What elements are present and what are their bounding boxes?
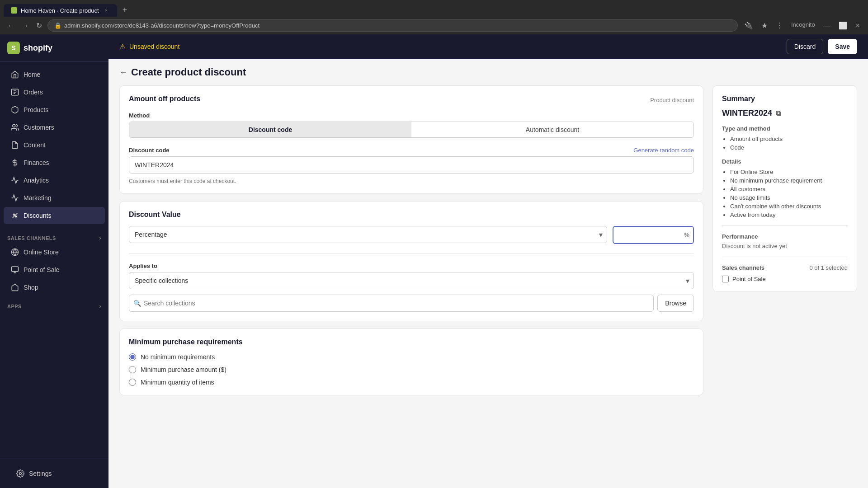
sales-channels-count: 0 of 1 selected [809, 264, 848, 271]
point-of-sale-icon [11, 266, 19, 274]
active-tab[interactable]: Home Haven · Create product × [4, 4, 117, 17]
discount-type-select[interactable]: Percentage Fixed amount [129, 226, 607, 243]
page-header: ← Create product discount [108, 59, 868, 85]
tab-favicon [11, 7, 17, 14]
discount-code-tab[interactable]: Discount code [129, 122, 411, 137]
detail-item: Active from today [730, 211, 848, 218]
method-label: Method [129, 112, 694, 119]
sidebar-settings-label: Settings [29, 470, 52, 477]
sidebar-item-point-of-sale[interactable]: Point of Sale [4, 261, 105, 278]
min-qty-label: Minimum quantity of items [141, 379, 214, 386]
sidebar-item-label: Marketing [24, 194, 51, 202]
sidebar-navigation: Home Orders Products Customers Content [0, 62, 108, 459]
percent-input-wrapper: % [613, 226, 694, 244]
minimize-button[interactable]: — [821, 19, 833, 32]
method-section: Method Discount code Automatic discount [129, 112, 694, 138]
detail-item: All customers [730, 186, 848, 192]
type-method-item: Code [730, 144, 848, 151]
discount-type-wrapper: Percentage Fixed amount ▾ [129, 226, 607, 243]
sidebar-item-online-store[interactable]: Online Store [4, 244, 105, 261]
sidebar-footer: Settings [0, 459, 108, 488]
sidebar-item-marketing[interactable]: Marketing [4, 189, 105, 206]
address-bar[interactable]: 🔒 admin.shopify.com/store/de8143-a6/disc… [47, 19, 738, 32]
sidebar-item-customers[interactable]: Customers [4, 119, 105, 136]
extensions-icon[interactable]: 🔌 [741, 19, 756, 32]
product-discount-label: Product discount [650, 97, 694, 103]
summary-code: WINTER2024 ⧉ [722, 108, 848, 118]
pos-channel-checkbox[interactable] [722, 276, 729, 282]
no-min-requirements-option[interactable]: No minimum requirements [129, 353, 694, 361]
side-column: Summary WINTER2024 ⧉ Type and method Amo… [712, 85, 857, 403]
sidebar-item-discounts[interactable]: Discounts [4, 207, 105, 224]
applies-to-select[interactable]: Specific collections Specific products A… [129, 272, 694, 289]
amount-off-card-body: Amount off products Product discount Met… [120, 86, 703, 193]
search-collections-input[interactable] [129, 295, 654, 312]
new-tab-button[interactable]: + [119, 4, 131, 17]
min-quantity-option[interactable]: Minimum quantity of items [129, 379, 694, 386]
main-content: ← Create product discount Amount off pro… [108, 59, 868, 488]
discount-code-input[interactable] [129, 156, 694, 174]
sidebar-item-orders[interactable]: Orders [4, 84, 105, 101]
shopify-logo-icon: S [7, 42, 20, 54]
lock-icon: 🔒 [54, 22, 61, 29]
sidebar-item-finances[interactable]: Finances [4, 154, 105, 171]
discount-value-title: Discount Value [129, 211, 694, 219]
refresh-button[interactable]: ↻ [34, 19, 44, 32]
type-method-section: Type and method Amount off products Code [722, 125, 848, 151]
percent-value-input[interactable] [613, 226, 694, 244]
discard-button[interactable]: Discard [787, 39, 823, 54]
discount-value-row: Percentage Fixed amount ▾ % [129, 226, 694, 244]
sidebar-item-content[interactable]: Content [4, 136, 105, 154]
settings-icon [16, 469, 24, 478]
discount-code-section: Discount code Generate random code Custo… [129, 147, 694, 184]
copy-code-button[interactable]: ⧉ [776, 109, 781, 117]
discount-value-card-body: Discount Value Percentage Fixed amount ▾ [120, 202, 703, 321]
sidebar-item-label: Orders [24, 89, 43, 96]
min-amount-radio[interactable] [129, 366, 136, 373]
browse-button[interactable]: Browse [657, 295, 694, 312]
applies-to-section: Applies to Specific collections Specific… [129, 263, 694, 312]
forward-button[interactable]: → [20, 20, 31, 32]
sidebar-item-label: Discounts [24, 212, 51, 219]
chevron-icon: › [99, 235, 102, 241]
detail-item: No minimum purchase requirement [730, 177, 848, 184]
divider [129, 253, 694, 253]
sidebar-item-home[interactable]: Home [4, 66, 105, 83]
minimum-purchase-options: No minimum requirements Minimum purchase… [129, 353, 694, 386]
more-tools-icon[interactable]: ⋮ [773, 19, 786, 32]
automatic-discount-tab[interactable]: Automatic discount [411, 122, 693, 137]
no-min-radio[interactable] [129, 353, 136, 361]
summary-card: Summary WINTER2024 ⧉ Type and method Amo… [712, 85, 857, 292]
sales-channels-heading: Sales channels [722, 264, 764, 271]
sales-channels-label[interactable]: Sales channels › [7, 235, 101, 241]
orders-icon [11, 88, 19, 96]
analytics-icon [11, 176, 19, 184]
shopify-logo: S shopify [7, 42, 52, 54]
close-window-button[interactable]: × [853, 19, 863, 32]
generate-random-code-link[interactable]: Generate random code [633, 147, 694, 154]
back-to-discounts-button[interactable]: ← [119, 68, 127, 77]
sidebar-item-settings[interactable]: Settings [9, 465, 99, 482]
bookmark-icon[interactable]: ★ [759, 19, 770, 32]
topbar-actions: Discard Save [787, 39, 857, 54]
back-button[interactable]: ← [5, 20, 16, 32]
min-purchase-amount-option[interactable]: Minimum purchase amount ($) [129, 366, 694, 373]
sidebar-item-label: Home [24, 71, 40, 78]
pos-channel-label: Point of Sale [732, 276, 766, 282]
tab-close-button[interactable]: × [103, 7, 110, 14]
sidebar-item-shop[interactable]: Shop [4, 279, 105, 296]
incognito-label: Incognito [788, 19, 818, 32]
save-button[interactable]: Save [828, 39, 857, 54]
sidebar-item-products[interactable]: Products [4, 101, 105, 118]
min-qty-radio[interactable] [129, 379, 136, 386]
sidebar-item-label: Content [24, 141, 46, 149]
detail-item: Can't combine with other discounts [730, 203, 848, 210]
marketing-icon [11, 194, 19, 202]
sidebar-item-label: Shop [24, 284, 38, 291]
apps-chevron-icon: › [99, 303, 102, 310]
apps-label[interactable]: Apps › [7, 303, 101, 310]
maximize-button[interactable]: ⬜ [836, 19, 850, 32]
finances-icon [11, 159, 19, 167]
summary-divider-2 [722, 257, 848, 257]
sidebar-item-analytics[interactable]: Analytics [4, 172, 105, 189]
